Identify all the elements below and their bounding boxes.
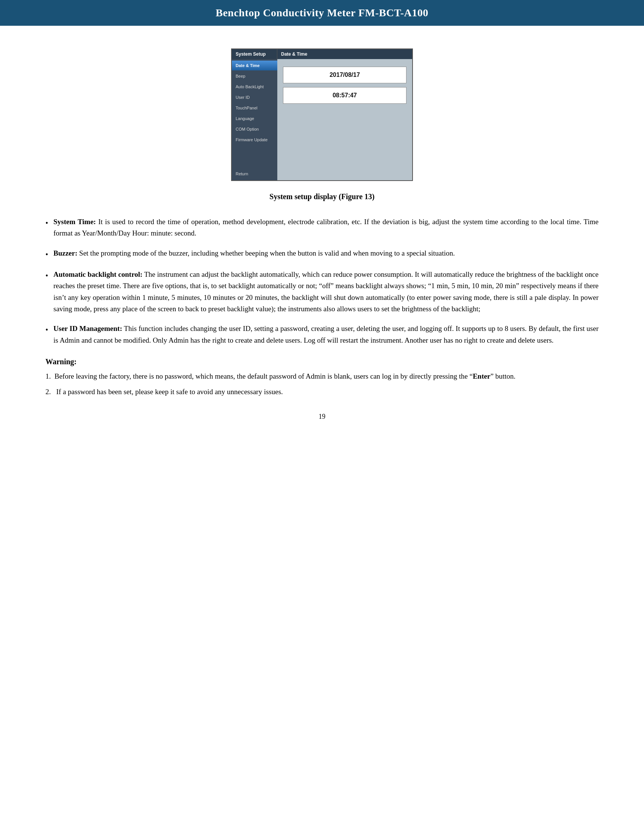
warning-list: 1. Before leaving the factory, there is …: [45, 371, 599, 397]
bullet-content: System Time: It is used to record the ti…: [53, 216, 599, 239]
screen-menu: Date & Time Beep Auto BackLight User ID …: [232, 59, 277, 180]
page-content: System Setup Date & Time Date & Time Bee…: [0, 26, 644, 443]
device-screenshot-container: System Setup Date & Time Date & Time Bee…: [45, 48, 599, 181]
screen-body: Date & Time Beep Auto BackLight User ID …: [232, 59, 412, 180]
menu-item-comoption[interactable]: COM Option: [232, 124, 277, 134]
bullet-backlight: Automatic backlight control: The instrum…: [45, 269, 599, 315]
bullet-text-1: Set the prompting mode of the buzzer, in…: [77, 249, 455, 257]
menu-item-autobacklight[interactable]: Auto BackLight: [232, 82, 277, 92]
bullet-term-3: User ID Management:: [53, 325, 122, 333]
device-screen: System Setup Date & Time Date & Time Bee…: [231, 48, 413, 181]
warning-section: Warning: 1. Before leaving the factory, …: [45, 357, 599, 397]
screen-right-header: Date & Time: [277, 49, 412, 59]
warning-title: Warning:: [45, 357, 599, 366]
bullet-content: User ID Management: This function includ…: [53, 323, 599, 346]
menu-item-return[interactable]: Return: [232, 169, 277, 179]
page-number: 19: [45, 413, 599, 421]
bullet-userid: User ID Management: This function includ…: [45, 323, 599, 346]
menu-item-datetime[interactable]: Date & Time: [232, 61, 277, 71]
bullet-system-time: System Time: It is used to record the ti…: [45, 216, 599, 239]
warning-number-2: 2.: [45, 388, 51, 396]
warning-text-2: If a password has been set, please keep …: [56, 388, 283, 396]
warning-text-1: Before leaving the factory, there is no …: [55, 372, 515, 380]
screen-content: 2017/08/17 08:57:47: [277, 59, 412, 180]
menu-item-touchpanel[interactable]: TouchPanel: [232, 103, 277, 113]
menu-item-userid[interactable]: User ID: [232, 92, 277, 102]
page-header: Benchtop Conductivity Meter FM-BCT-A100: [0, 0, 644, 26]
warning-item-2: 2. If a password has been set, please ke…: [45, 386, 599, 397]
bullet-list: System Time: It is used to record the ti…: [45, 216, 599, 346]
screen-left-header: System Setup: [232, 49, 277, 59]
menu-item-language[interactable]: Language: [232, 114, 277, 124]
bullet-buzzer: Buzzer: Set the prompting mode of the bu…: [45, 248, 599, 261]
warning-number-1: 1.: [45, 372, 51, 380]
date-value-box: 2017/08/17: [283, 67, 406, 83]
header-title: Benchtop Conductivity Meter FM-BCT-A100: [216, 7, 428, 19]
figure-caption: System setup display (Figure 13): [45, 192, 599, 201]
bullet-content: Buzzer: Set the prompting mode of the bu…: [53, 248, 455, 259]
bullet-term-2: Automatic backlight control:: [53, 270, 142, 278]
bullet-content: Automatic backlight control: The instrum…: [53, 269, 599, 315]
bullet-term-0: System Time:: [53, 218, 96, 226]
screen-header: System Setup Date & Time: [232, 49, 412, 59]
warning-item-1: 1. Before leaving the factory, there is …: [45, 371, 599, 382]
bullet-text-0: It is used to record the time of operati…: [53, 218, 599, 237]
bullet-term-1: Buzzer:: [53, 249, 77, 257]
menu-item-firmwareupdate[interactable]: Firmware Update: [232, 135, 277, 145]
bullet-text-3: This function includes changing the user…: [53, 325, 599, 344]
menu-item-beep[interactable]: Beep: [232, 71, 277, 81]
menu-spacer: [232, 145, 277, 168]
time-value-box: 08:57:47: [283, 87, 406, 104]
